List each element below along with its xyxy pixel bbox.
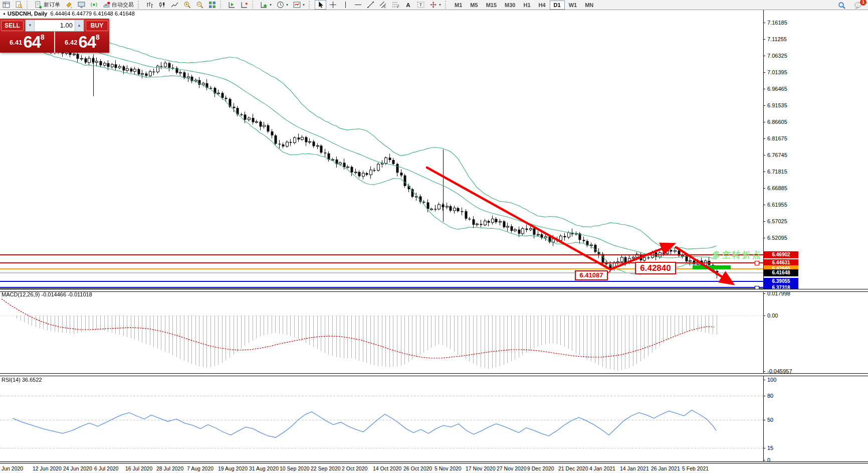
price-tick-label: 6.61955 — [767, 202, 802, 208]
terminal-glyph — [78, 1, 85, 9]
timeframe-m30[interactable]: M30 — [501, 1, 519, 10]
text-label-glyph: T — [417, 1, 424, 9]
indicator-axis-tick — [763, 293, 765, 294]
low-price-callout[interactable]: 6.41087 — [575, 270, 608, 280]
auto-trading-glyph — [103, 1, 110, 9]
volume-stepper: ▼ 1.00 ▲ — [25, 20, 84, 32]
zoom-out-icon[interactable] — [194, 0, 205, 10]
date-label: 5 Feb 2021 — [682, 465, 709, 471]
styles-icon[interactable] — [63, 0, 75, 10]
timeframe-h1[interactable]: H1 — [519, 1, 534, 10]
arrows-icon[interactable]: ▾ — [427, 0, 443, 10]
toolbar-separator — [220, 1, 224, 9]
price-tick — [763, 221, 765, 222]
chevron-down-icon[interactable]: ▾ — [286, 3, 288, 7]
timeframe-d1[interactable]: D1 — [550, 1, 565, 10]
chart-shift-icon[interactable] — [239, 0, 250, 10]
sell-price[interactable]: 6.41648 — [0, 32, 54, 53]
line-chart-icon[interactable] — [169, 0, 180, 10]
chevron-down-icon[interactable]: ▾ — [270, 3, 272, 7]
date-label: 2 Oct 2020 — [342, 465, 367, 471]
candle-chart-icon[interactable] — [156, 0, 168, 10]
price-tick — [763, 56, 765, 56]
support-highlight-box[interactable] — [693, 265, 731, 269]
volume-input[interactable]: 1.00 — [35, 20, 75, 31]
window-marker-icon[interactable]: ▲ — [3, 12, 6, 15]
date-label: 16 Jul 2020 — [125, 465, 152, 471]
chevron-down-icon[interactable]: ▾ — [303, 3, 305, 7]
date-label: 19 Aug 2020 — [218, 465, 248, 471]
zoom-in-icon[interactable] — [181, 0, 193, 10]
text-label-icon[interactable]: T — [415, 0, 426, 10]
indicator-axis-label: 80 — [767, 393, 802, 399]
auto-trading-button[interactable]: 自动交易 — [101, 0, 136, 10]
buy-price[interactable]: 6.42648 — [55, 32, 109, 53]
price-tick-label: 7.11255 — [767, 36, 802, 42]
volume-increase-button[interactable]: ▲ — [75, 20, 84, 31]
volume-decrease-button[interactable]: ▼ — [26, 20, 35, 31]
indicator-axis-tick — [763, 396, 765, 396]
date-axis[interactable]: Jun 202012 Jun 202024 Jun 20206 Jul 2020… — [0, 463, 868, 473]
horizontal-line-icon[interactable] — [352, 0, 364, 10]
price-tick-label: 6.57025 — [767, 218, 802, 224]
signals-icon[interactable] — [88, 0, 100, 10]
level-price-callout[interactable]: 6.42840 — [635, 262, 676, 274]
price-tick — [763, 138, 765, 139]
vertical-line-icon[interactable] — [340, 0, 351, 10]
date-label: 6 Jul 2020 — [94, 465, 118, 471]
bar-chart-icon[interactable] — [144, 0, 155, 10]
equidistant-channel-icon[interactable]: E — [377, 0, 389, 10]
timeframe-h4[interactable]: H4 — [535, 1, 550, 10]
auto-trading-label: 自动交易 — [112, 1, 134, 9]
auto-scroll-icon[interactable] — [226, 0, 238, 10]
profile-preview-icon[interactable] — [13, 0, 25, 10]
line-selection-handle[interactable] — [755, 261, 759, 265]
price-tick-label: 6.76745 — [767, 152, 802, 158]
indicator-axis-tick — [763, 316, 765, 316]
indicators-icon[interactable]: ▾ — [258, 0, 274, 10]
date-label: 26 Oct 2020 — [403, 465, 432, 471]
turning-point-annotation[interactable]: 多空转折点 — [712, 249, 762, 261]
main-macd-separator[interactable] — [0, 289, 868, 292]
main-chart-canvas[interactable] — [0, 10, 763, 289]
indicator-axis-label: 15 — [767, 445, 802, 451]
signals-glyph — [90, 1, 98, 9]
buy-button[interactable]: BUY — [86, 21, 108, 31]
macd-canvas[interactable] — [0, 291, 763, 373]
text-icon[interactable]: A — [402, 0, 414, 10]
crosshair-icon[interactable] — [327, 0, 339, 10]
notification-bubble-icon[interactable]: 1 — [852, 1, 864, 11]
trendline-glyph — [367, 1, 374, 9]
chevron-down-icon[interactable]: ▾ — [439, 3, 441, 7]
search-icon[interactable] — [836, 1, 848, 11]
indicator-axis-tick — [763, 448, 765, 448]
sell-button[interactable]: SELL — [1, 21, 24, 31]
indicator-axis-tick — [763, 460, 765, 460]
new-order-button[interactable]: 新订单 — [33, 0, 62, 10]
timeframe-m5[interactable]: M5 — [466, 1, 482, 10]
svg-text:T: T — [419, 3, 422, 8]
bar-chart-glyph — [146, 1, 153, 9]
macd-rsi-separator[interactable] — [0, 373, 868, 376]
timeframe-mn[interactable]: MN — [581, 1, 597, 10]
templates-icon[interactable]: ▾ — [291, 0, 307, 10]
macd-label: MACD(12,26,9) -0.014466 -0.011018 — [2, 291, 92, 297]
fibonacci-icon[interactable]: F — [390, 0, 401, 10]
crosshair-glyph — [329, 1, 337, 9]
line-chart-glyph — [171, 1, 178, 9]
timeframe-w1[interactable]: W1 — [565, 1, 581, 10]
horizontal-level-line[interactable] — [0, 287, 763, 288]
toolbar-separator — [309, 1, 313, 9]
periods-icon[interactable]: ▾ — [275, 0, 290, 10]
timeframe-m1[interactable]: M1 — [451, 1, 466, 10]
date-label: 26 Jan 2021 — [651, 465, 680, 471]
cursor-icon[interactable] — [315, 0, 326, 10]
new-chart-icon[interactable] — [1, 0, 12, 10]
tile-windows-icon[interactable] — [206, 0, 218, 10]
timeframe-m15[interactable]: M15 — [482, 1, 501, 10]
horizontal-level-line[interactable] — [0, 254, 763, 255]
horizontal-level-line[interactable] — [0, 281, 763, 282]
terminal-icon[interactable] — [76, 0, 87, 10]
rsi-canvas[interactable] — [0, 375, 763, 461]
trendline-icon[interactable] — [365, 0, 376, 10]
